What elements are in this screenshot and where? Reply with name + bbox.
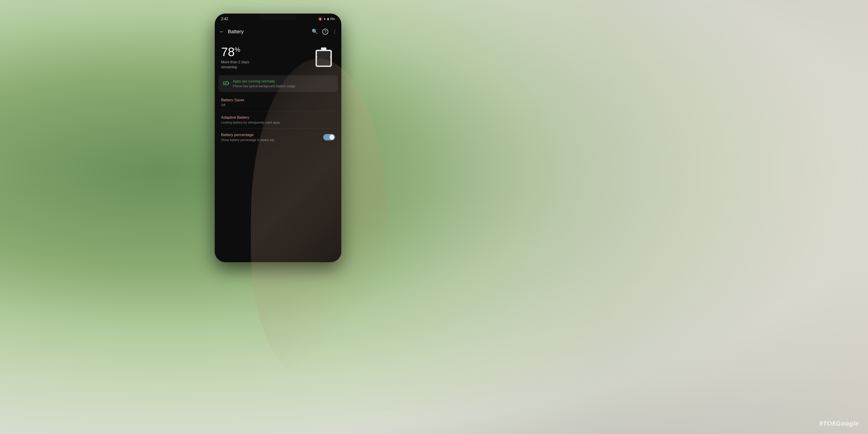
help-icon[interactable]: ? [322, 29, 328, 35]
app-bar-actions: 🔍 ? ⋮ [312, 29, 337, 35]
battery-ok-icon [223, 80, 229, 86]
svg-rect-3 [317, 57, 331, 66]
status-card-subtitle: Phone has typical background battery usa… [233, 84, 333, 88]
back-button[interactable]: ← [219, 29, 224, 35]
background-overlay [0, 0, 868, 434]
svg-rect-0 [321, 48, 327, 50]
svg-rect-2 [317, 51, 331, 57]
battery-percentage-setting-text: Battery percentage Show battery percenta… [221, 133, 323, 142]
status-time: 2:42 [221, 17, 228, 21]
watermark: 9TO5Google [819, 420, 859, 427]
list-item-battery-saver[interactable]: Battery Saver Off [215, 94, 341, 111]
status-card-icon [223, 80, 229, 88]
battery-info-section: 78% More than 2 daysremaining [215, 39, 341, 75]
battery-icon-large [312, 46, 335, 69]
status-icons: 🔇 ▾ ▮ 78% [318, 17, 335, 21]
phone-notch [260, 13, 296, 20]
battery-remaining-text: More than 2 daysremaining [221, 60, 312, 70]
battery-icon-small: ▮ [327, 18, 329, 21]
search-icon[interactable]: 🔍 [312, 29, 318, 35]
list-item-adaptive-battery[interactable]: Adaptive Battery Limiting battery for in… [215, 111, 341, 128]
app-bar: ← Battery 🔍 ? ⋮ [215, 24, 341, 39]
status-card[interactable]: Apps are running normally Phone has typi… [218, 75, 338, 92]
battery-percentage-setting-title: Battery percentage [221, 133, 323, 137]
battery-percentage-toggle[interactable] [323, 134, 335, 141]
phone-screen: 2:42 🔇 ▾ ▮ 78% ← Battery 🔍 ? ⋮ [215, 13, 341, 262]
battery-percentage-setting-subtitle: Show battery percentage in status bar [221, 138, 323, 142]
status-card-content: Apps are running normally Phone has typi… [233, 79, 333, 88]
app-bar-title: Battery [228, 29, 308, 35]
mute-icon: 🔇 [318, 17, 322, 21]
wifi-icon: ▾ [324, 17, 326, 21]
phone-device: 2:42 🔇 ▾ ▮ 78% ← Battery 🔍 ? ⋮ [215, 13, 341, 262]
adaptive-battery-subtitle: Limiting battery for infrequently used a… [221, 121, 335, 124]
status-card-title: Apps are running normally [233, 79, 333, 84]
svg-rect-5 [228, 82, 229, 84]
battery-percent-status: 78% [330, 18, 335, 21]
phone-wrapper: 2:42 🔇 ▾ ▮ 78% ← Battery 🔍 ? ⋮ [215, 13, 368, 421]
battery-saver-subtitle: Off [221, 103, 335, 107]
battery-svg [315, 48, 333, 68]
content-area: 78% More than 2 daysremaining [215, 39, 341, 262]
battery-text-block: 78% More than 2 daysremaining [221, 46, 312, 70]
battery-saver-title: Battery Saver [221, 98, 335, 102]
list-item-battery-percentage[interactable]: Battery percentage Show battery percenta… [215, 129, 341, 146]
more-options-icon[interactable]: ⋮ [333, 29, 337, 34]
battery-status: ▮ 78% [327, 18, 335, 21]
toggle-thumb [329, 135, 334, 140]
battery-percentage-display: 78% [221, 46, 312, 58]
adaptive-battery-title: Adaptive Battery [221, 115, 335, 120]
